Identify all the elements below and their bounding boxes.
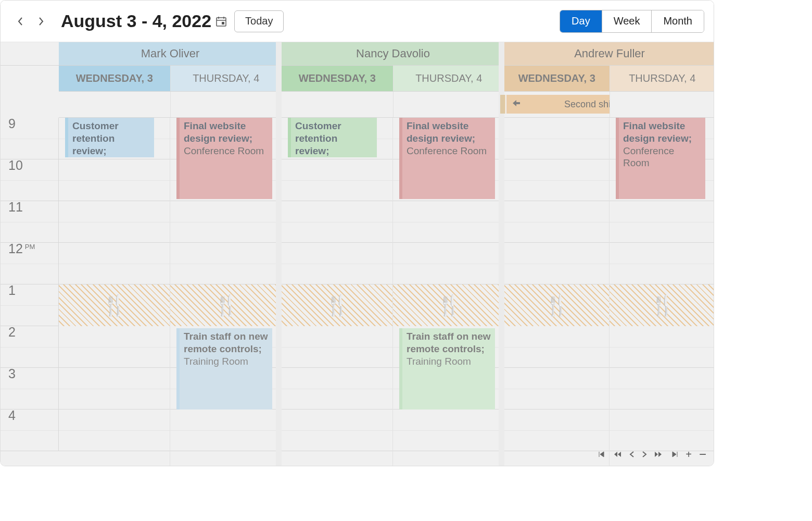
- next-page-icon[interactable]: [654, 451, 663, 458]
- column-resize-handle[interactable]: [276, 42, 282, 466]
- calendar-picker-icon[interactable]: [214, 15, 228, 28]
- time-label: 12PM: [8, 241, 35, 256]
- appointment-location: Training Room: [184, 355, 268, 368]
- resource-header: Nancy Davolio: [282, 42, 504, 66]
- appointment-location: Conference Room: [295, 157, 373, 157]
- next-icon[interactable]: [642, 451, 647, 458]
- appointment[interactable]: Train staff on new remote controls; Trai…: [176, 328, 272, 410]
- appointment[interactable]: Final website design review; Conference …: [616, 118, 705, 199]
- resource-column-andrew: Andrew Fuller WEDNESDAY, 3 THURSDAY, 4 S…: [504, 42, 714, 466]
- appointment-subject: Train staff on new remote controls;: [184, 330, 268, 355]
- remove-resource-icon[interactable]: −: [699, 447, 706, 462]
- appointment[interactable]: Final website design review; Conference …: [176, 118, 272, 199]
- svg-rect-2: [222, 22, 224, 24]
- svg-rect-0: [217, 18, 226, 26]
- appointment-subject: Final website design review;: [407, 120, 491, 145]
- toolbar: August 3 - 4, 2022 Today Day Week Month: [1, 1, 714, 42]
- allday-edge: [500, 95, 505, 114]
- appointment-location: Conference Room: [407, 145, 491, 157]
- lunch-icon: 🍴: [437, 294, 461, 317]
- appointment-subject: Final website design review;: [623, 120, 701, 145]
- lunch-icon: 🍴: [650, 294, 675, 317]
- nav-next-button[interactable]: [31, 11, 52, 32]
- date-range-title: August 3 - 4, 2022: [61, 11, 211, 31]
- last-icon[interactable]: [670, 451, 678, 458]
- appointment-location: Conference Room: [184, 145, 268, 157]
- view-tab-month[interactable]: Month: [651, 10, 704, 32]
- view-tab-week[interactable]: Week: [602, 10, 652, 32]
- day-header-thu[interactable]: THURSDAY, 4: [170, 66, 282, 91]
- first-icon[interactable]: [598, 451, 606, 458]
- scheduler-frame: August 3 - 4, 2022 Today Day Week Month: [0, 0, 714, 466]
- lunch-icon: 🍴: [214, 294, 238, 317]
- appointment[interactable]: Final website design review; Conference …: [399, 118, 495, 199]
- time-label: 2: [8, 325, 16, 340]
- day-header-thu[interactable]: THURSDAY, 4: [610, 66, 715, 91]
- appointment-subject: Customer retention review;: [72, 120, 150, 157]
- lunch-icon: 🍴: [325, 294, 349, 317]
- appointment[interactable]: Customer retention review; Conference Ro…: [65, 118, 154, 157]
- arrow-left-icon: [512, 99, 521, 110]
- view-tab-day[interactable]: Day: [560, 10, 602, 32]
- add-resource-icon[interactable]: +: [686, 449, 692, 461]
- resource-header: Andrew Fuller: [504, 42, 714, 66]
- prev-icon[interactable]: [629, 451, 635, 458]
- resource-column-nancy: Nancy Davolio WEDNESDAY, 3 THURSDAY, 4 🍴…: [282, 42, 504, 466]
- scheduler-grid: 9 10 11 12PM 1 2 3 4 Mark Oliver WEDNESD…: [1, 42, 714, 466]
- appointment-subject: Customer retention review;: [295, 120, 373, 157]
- appointment[interactable]: Customer retention review; Conference Ro…: [288, 118, 377, 157]
- time-label: 4: [8, 408, 16, 423]
- prev-page-icon[interactable]: [614, 451, 622, 458]
- resource-column-mark: Mark Oliver WEDNESDAY, 3 THURSDAY, 4 🍴 C…: [59, 42, 282, 466]
- appointment[interactable]: Train staff on new remote controls; Trai…: [399, 328, 495, 410]
- nav-prev-button[interactable]: [10, 11, 31, 32]
- resource-header: Mark Oliver: [59, 42, 282, 66]
- day-header-wed[interactable]: WEDNESDAY, 3: [282, 66, 393, 91]
- appointment-subject: Final website design review;: [184, 120, 268, 145]
- time-label: 10: [8, 158, 23, 173]
- time-label: 1: [8, 283, 16, 298]
- resource-navigator: + −: [598, 447, 706, 462]
- day-header-wed[interactable]: WEDNESDAY, 3: [59, 66, 170, 91]
- view-switch: Day Week Month: [560, 10, 704, 33]
- appointment-subject: Train staff on new remote controls;: [407, 330, 491, 355]
- time-label: 11: [8, 200, 23, 215]
- appointment-location: Conference Room: [72, 157, 150, 157]
- time-label: 9: [8, 116, 16, 131]
- lunch-icon: 🍴: [544, 294, 569, 317]
- today-button[interactable]: Today: [234, 10, 284, 32]
- lunch-icon: 🍴: [102, 294, 126, 317]
- day-header-thu[interactable]: THURSDAY, 4: [393, 66, 505, 91]
- day-header-wed[interactable]: WEDNESDAY, 3: [504, 66, 610, 91]
- time-ruler: 9 10 11 12PM 1 2 3 4: [1, 42, 59, 466]
- appointment-location: Training Room: [407, 355, 491, 368]
- time-label: 3: [8, 366, 16, 381]
- appointment-location: Conference Room: [623, 145, 701, 170]
